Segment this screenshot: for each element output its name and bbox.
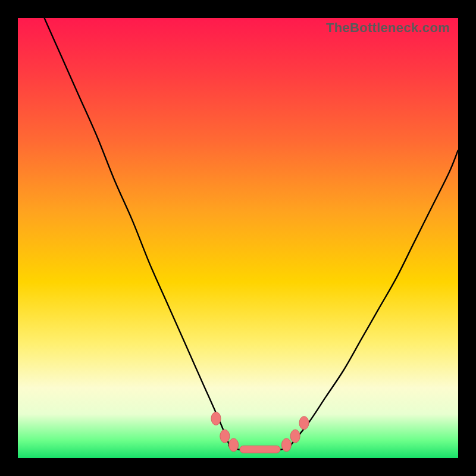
curve-marker: [211, 412, 221, 425]
bottleneck-curve: [18, 18, 458, 458]
curve-path: [44, 18, 458, 450]
curve-marker: [281, 439, 291, 452]
curve-marker: [229, 439, 239, 452]
curve-marker: [290, 430, 300, 443]
chart-frame: TheBottleneck.com: [0, 0, 476, 476]
plot-area: TheBottleneck.com: [18, 18, 458, 458]
marker-group: [211, 412, 309, 453]
curve-marker: [299, 416, 309, 430]
valley-marker: [240, 446, 280, 453]
curve-marker: [220, 430, 230, 443]
